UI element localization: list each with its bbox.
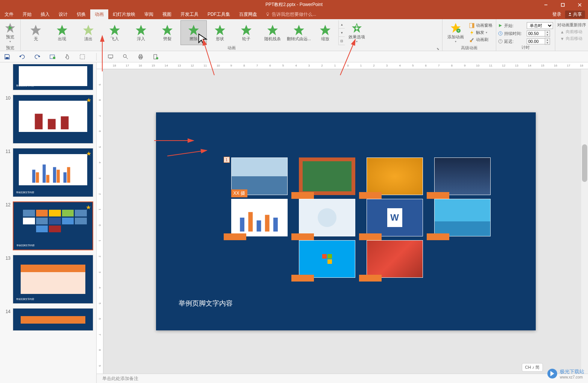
gallery-more[interactable]: ⊟ [339, 37, 345, 45]
slide-thumb-12[interactable]: 12 ★ 举例页脚文字内容 [0, 200, 96, 253]
duration-up[interactable]: ▲ [545, 30, 550, 33]
effect-options-button[interactable]: 效果选项 ▾ [346, 20, 368, 45]
tab-animations[interactable]: 动画 [90, 9, 108, 19]
svg-rect-33 [6, 57, 9, 59]
undo-icon [19, 54, 25, 60]
canvas[interactable]: 1 W XX 摄 举例页脚文字内容 [103, 69, 588, 374]
tab-view[interactable]: 视图 [158, 9, 176, 19]
gallery-up[interactable]: ▴ [339, 20, 345, 29]
ribbon-group-reorder: 对动画重新排序 ▲ 向前移动 ▼ 向后移动 [555, 19, 588, 51]
grid-image[interactable] [367, 240, 427, 278]
grid-image[interactable] [434, 157, 494, 195]
anim-zoom[interactable]: 缩放 [312, 20, 338, 45]
tab-pdf[interactable]: PDF工具集 [203, 9, 235, 19]
share-button[interactable]: 共享 [565, 11, 585, 18]
tell-me-search[interactable]: 告诉我您想要做什么... [265, 11, 316, 18]
current-slide[interactable]: 1 W XX 摄 举例页脚文字内容 [156, 112, 536, 330]
anim-appear[interactable]: 出现 [49, 20, 75, 45]
tab-insert[interactable]: 插入 [36, 9, 54, 19]
animation-painter-button[interactable]: 动画刷 [468, 36, 494, 43]
slide-thumb-11[interactable]: 11 ★ 举例页脚文字内容 [0, 147, 96, 200]
anim-wheel[interactable]: 轮子 [233, 20, 259, 45]
slide-footer-text[interactable]: 举例页脚文字内容 [179, 299, 233, 308]
grid-image[interactable] [367, 157, 427, 195]
star-icon [214, 24, 226, 36]
scrollbar-thumb[interactable] [582, 144, 587, 182]
delay-up[interactable]: ▲ [545, 38, 550, 41]
grid-image[interactable] [231, 199, 291, 236]
magnifier-icon [123, 54, 129, 60]
anim-growturn[interactable]: 翻转式由远... [286, 20, 312, 45]
tab-baidu[interactable]: 百度网盘 [235, 9, 262, 19]
svg-point-40 [123, 54, 126, 58]
zoom-button[interactable] [121, 53, 130, 61]
minimize-button[interactable] [537, 0, 554, 9]
star-icon [319, 24, 331, 36]
anim-floatin[interactable]: 浮入 [128, 20, 154, 45]
start-select[interactable]: 单击时 [527, 22, 553, 29]
grid-image[interactable] [299, 240, 359, 278]
tab-design[interactable]: 设计 [54, 9, 72, 19]
tab-slideshow[interactable]: 幻灯片放映 [108, 9, 140, 19]
animation-star-icon: ★ [86, 150, 91, 157]
anim-wipe[interactable]: 擦除 [180, 20, 207, 45]
delay-input[interactable] [527, 38, 545, 44]
notes-pane[interactable]: 单击此处添加备注 [97, 374, 588, 383]
preview-button[interactable]: 预览 ▾ [2, 20, 18, 45]
slide-thumb-9[interactable]: 举例页脚文字内容 [0, 62, 96, 93]
grid-image[interactable] [299, 157, 359, 195]
gallery-down[interactable]: ▾ [339, 29, 345, 37]
grid-image[interactable] [434, 199, 494, 236]
add-animation-button[interactable]: + 添加动画 ▾ [444, 20, 467, 45]
undo-button[interactable] [18, 53, 26, 61]
dialog-launcher-icon[interactable]: ⬊ [436, 47, 439, 51]
anim-shape[interactable]: 形状 [207, 20, 233, 45]
tab-file[interactable]: 文件 [0, 9, 18, 19]
tab-developer[interactable]: 开发工具 [176, 9, 203, 19]
move-later-button[interactable]: ▼ 向后移动 [557, 36, 586, 41]
from-beginning-button[interactable] [106, 53, 115, 61]
main-area: 举例页脚文字内容 10 ★ 11 [0, 62, 588, 383]
star-icon [30, 24, 42, 36]
print-area-button[interactable] [78, 53, 86, 61]
animation-pane-button[interactable]: 动画窗格 [468, 22, 494, 29]
lightning-icon [469, 30, 474, 35]
login-button[interactable]: 登录 [552, 11, 561, 18]
print-button[interactable] [136, 53, 145, 61]
close-button[interactable] [571, 0, 588, 9]
redo-button[interactable] [33, 53, 41, 61]
grid-image[interactable] [299, 199, 359, 236]
grid-image[interactable]: W [367, 199, 427, 236]
slide-thumbnail-panel[interactable]: 举例页脚文字内容 10 ★ 11 [0, 62, 97, 383]
new-slide-button[interactable] [48, 53, 56, 61]
duration-input[interactable] [527, 30, 545, 36]
export-button[interactable] [152, 53, 160, 61]
tab-transitions[interactable]: 切换 [72, 9, 90, 19]
move-earlier-button[interactable]: ▲ 向前移动 [557, 29, 586, 35]
anim-split[interactable]: 劈裂 [154, 20, 180, 45]
anim-none[interactable]: 无 [23, 20, 49, 45]
anim-fade[interactable]: 淡出 [75, 20, 102, 45]
animation-number-badge[interactable]: 1 [224, 157, 230, 163]
vertical-scrollbar[interactable] [581, 69, 588, 374]
touch-mode-button[interactable] [63, 53, 71, 61]
first-image-label[interactable]: XX 摄 [231, 189, 247, 197]
delay-down[interactable]: ▼ [545, 41, 550, 44]
tab-home[interactable]: 开始 [18, 9, 36, 19]
ribbon: 预览 ▾ 预览 无 出现 淡出 飞入 浮入 劈裂 擦除 形状 轮子 随机线条 翻… [0, 19, 588, 51]
tab-review[interactable]: 审阅 [140, 9, 158, 19]
svg-marker-16 [162, 25, 173, 35]
maximize-button[interactable] [554, 0, 571, 9]
slide-thumb-14[interactable]: 14 [0, 307, 96, 334]
star-icon [161, 24, 173, 36]
ime-indicator[interactable]: CH ♪ 简 [522, 363, 543, 372]
svg-rect-60 [256, 220, 261, 232]
slide-thumb-13[interactable]: 13 举例页脚文字内容 [0, 253, 96, 307]
anim-flyin[interactable]: 飞入 [102, 20, 128, 45]
svg-rect-53 [46, 175, 49, 183]
slide-thumb-10[interactable]: 10 ★ [0, 93, 96, 147]
anim-randombars[interactable]: 随机线条 [259, 20, 286, 45]
trigger-button[interactable]: 触发 ▾ [468, 29, 494, 36]
save-button[interactable] [3, 53, 11, 61]
duration-down[interactable]: ▼ [545, 33, 550, 36]
